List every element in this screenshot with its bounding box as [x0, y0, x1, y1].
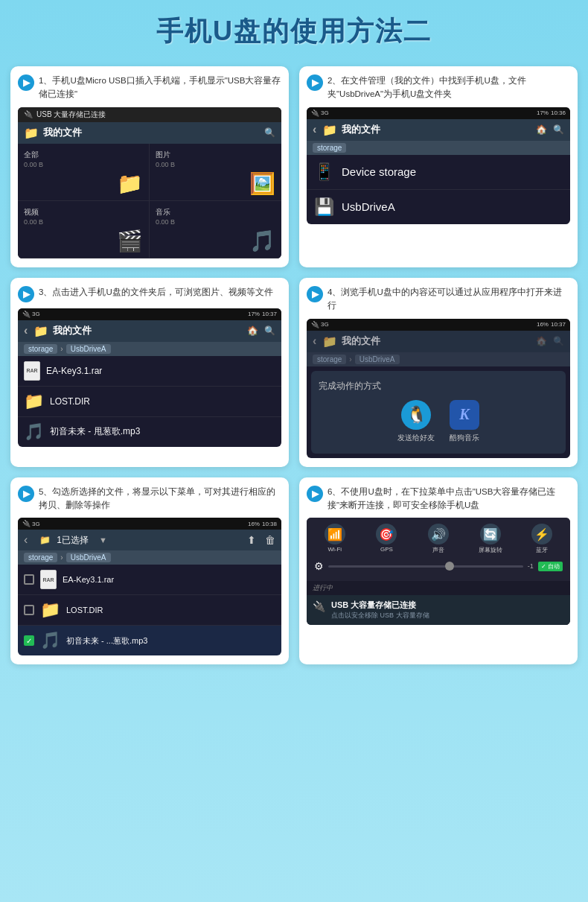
gps-label: GPS	[380, 546, 393, 553]
usb-notif-main-6: USB 大容量存储已连接	[331, 600, 429, 611]
action-dialog-4: 完成动作的方式 🐧 发送给好友 K 酷狗音乐	[311, 371, 566, 454]
file-music-3[interactable]: 🎵 初音未来 - 甩葱歌.mp3	[18, 417, 281, 447]
sound-icon: 🔊	[428, 524, 449, 544]
delete-icon-5[interactable]: 🗑	[265, 534, 275, 546]
qs-rotate[interactable]: 🔄 屏幕旋转	[476, 524, 505, 554]
file-rar-5[interactable]: RAR EA-Key3.1.rar	[18, 565, 281, 595]
qs-brightness-row: ⚙ -1 ✓ 自动	[310, 560, 567, 572]
usb-notification-6[interactable]: 🔌 USB 大容量存储已连接 点击以安全移除 USB 大容量存储	[307, 595, 570, 625]
back-btn-2[interactable]: ‹	[313, 123, 316, 136]
card-2-header: ▶ 2、在文件管理（我的文件）中找到手机U盘，文件夹"UsbDriveA"为手机…	[307, 74, 570, 101]
qs-wifi[interactable]: 📶 Wi-Fi	[320, 524, 350, 554]
app-qq-4[interactable]: 🐧 发送给好友	[397, 400, 435, 443]
checkbox-music-5[interactable]: ✓	[24, 635, 34, 646]
grid-cell-video[interactable]: 视频 0.00 B 🎬	[18, 201, 150, 258]
card-6: ▶ 6、不使用U盘时，在下拉菜单中点击"USB大容量存储已连接"来断开连接，即可…	[299, 477, 578, 665]
status-bar-2: 🔌 3G 17% 10:36	[307, 107, 570, 119]
home-icon-4: 🏠	[536, 336, 547, 346]
search-icon-3[interactable]: 🔍	[264, 325, 275, 336]
back-btn-3[interactable]: ‹	[24, 324, 28, 337]
grid-cell-all[interactable]: 全部 0.00 B 📁	[18, 144, 150, 201]
card-6-screen: 📶 Wi-Fi 🎯 GPS 🔊 声音 🔄 屏幕旋转	[307, 518, 570, 625]
folder-icon-3: 📁	[33, 324, 48, 338]
kugou-icon-4: K	[450, 400, 479, 430]
progress-label: 进行中	[313, 584, 333, 591]
file-music-5[interactable]: ✓ 🎵 初音未来 - ...葱歌.mp3	[18, 626, 281, 655]
cell-label-music: 音乐	[156, 207, 275, 217]
card-5: ▶ 5、勾选所选择的文件，将显示以下菜单，可对其进行相应的拷贝、删除等操作 🔌 …	[10, 477, 289, 665]
qq-icon-4: 🐧	[401, 400, 431, 430]
home-icon-2[interactable]: 🏠	[536, 124, 547, 135]
qs-sound[interactable]: 🔊 声音	[424, 524, 453, 554]
battery-5: 16%	[248, 521, 260, 527]
back-btn-4[interactable]: ‹	[313, 334, 316, 348]
card-6-header: ▶ 6、不使用U盘时，在下拉菜单中点击"USB大容量存储已连接"来断开连接，即可…	[307, 485, 570, 512]
status-left-3: 🔌 3G	[22, 311, 40, 318]
qs-slider[interactable]	[328, 565, 523, 568]
title-text-4: 我的文件	[342, 334, 380, 348]
usb-status-icon-2: 🔌	[311, 109, 319, 117]
music-icon-3: 🎵	[24, 422, 44, 442]
file-dir-3[interactable]: 📁 LOST.DIR	[18, 387, 281, 417]
bc-storage-5[interactable]: storage	[24, 553, 57, 562]
rotate-icon: 🔄	[480, 524, 501, 544]
sim-icon-2: 3G	[321, 109, 329, 116]
search-icon-1[interactable]: 🔍	[264, 127, 275, 138]
status-left-5: 🔌 3G	[22, 520, 40, 527]
breadcrumb-3: storage › UsbDriveA	[18, 342, 281, 356]
grid-cell-music[interactable]: 音乐 0.00 B 🎵	[150, 201, 281, 258]
bc-usb-4: UsbDriveA	[355, 355, 400, 364]
title-text-1: 我的文件	[43, 126, 82, 139]
bluetooth-label: 蓝牙	[536, 546, 548, 554]
back-sel-5[interactable]: ‹	[24, 533, 28, 547]
folder-icon-4: 📁	[322, 334, 337, 349]
file-rar-3[interactable]: RAR EA-Key3.1.rar	[18, 356, 281, 387]
rotate-label: 屏幕旋转	[479, 546, 502, 554]
page-title: 手机U盘的使用方法二	[0, 0, 588, 60]
progress-section: 进行中	[307, 581, 570, 595]
search-icon-4: 🔍	[553, 336, 564, 346]
title-bar-3: ‹ 📁 我的文件 🏠 🔍	[18, 320, 281, 342]
sim-icon-4: 3G	[321, 321, 329, 328]
card-2: ▶ 2、在文件管理（我的文件）中找到手机U盘，文件夹"UsbDriveA"为手机…	[299, 66, 578, 267]
usb-drive-icon: 💾	[314, 197, 334, 217]
card-3: ▶ 3、点击进入手机U盘的文件夹后，可浏览图片、视频等文件 🔌 3G 17% 1…	[10, 278, 289, 467]
bc-storage-3[interactable]: storage	[24, 344, 57, 354]
usb-bar-text-1: USB 大量存储已连接	[36, 109, 106, 120]
card-3-screen: 🔌 3G 17% 10:37 ‹ 📁 我的文件 🏠 🔍 storage	[18, 308, 281, 447]
bc-usb-5[interactable]: UsbDriveA	[66, 553, 111, 562]
wifi-icon: 📶	[325, 524, 345, 544]
file-dir-5[interactable]: 📁 LOST.DIR	[18, 595, 281, 626]
qs-slider-thumb	[445, 562, 454, 571]
usb-drive-item[interactable]: 💾 UsbDriveA	[307, 190, 570, 224]
sel-actions-5: ⬆ 🗑	[247, 534, 275, 546]
qs-gps[interactable]: 🎯 GPS	[371, 524, 401, 554]
breadcrumb-4: storage › UsbDriveA	[307, 352, 570, 366]
share-icon-5[interactable]: ⬆	[247, 534, 256, 546]
search-icon-2[interactable]: 🔍	[553, 124, 564, 135]
bc-sep-4: ›	[349, 355, 351, 363]
card-1-header: ▶ 1、手机U盘Micro USB口插入手机端，手机显示"USB大容量存储已连接…	[18, 74, 281, 101]
dropdown-icon-5[interactable]: ▼	[99, 536, 107, 544]
nav-icons-3: 🏠 🔍	[247, 325, 275, 336]
battery-4: 16%	[537, 321, 549, 328]
app-kugou-4[interactable]: K 酷狗音乐	[450, 400, 479, 443]
device-storage-item[interactable]: 📱 Device storage	[307, 155, 570, 190]
home-icon-3[interactable]: 🏠	[247, 325, 258, 336]
usb-notif-sub-6: 点击以安全移除 USB 大容量存储	[331, 611, 429, 620]
files-grid-1: 全部 0.00 B 📁 图片 0.00 B 🖼️ 视频 0.00 B 🎬 音乐 …	[18, 144, 281, 258]
step-5-icon: ▶	[18, 486, 34, 502]
breadcrumb-storage-2[interactable]: storage	[313, 143, 346, 153]
usb-notif-text-6: USB 大容量存储已连接 点击以安全移除 USB 大容量存储	[331, 600, 429, 620]
folder-icon-2: 📁	[322, 123, 337, 137]
checkbox-rar-5[interactable]	[24, 574, 34, 585]
usb-bar-1: 🔌 USB 大量存储已连接	[18, 107, 281, 122]
status-left-4: 🔌 3G	[311, 321, 329, 328]
usb-status-icon-5: 🔌	[22, 520, 31, 527]
usb-status-icon-3: 🔌	[22, 311, 31, 318]
checkbox-dir-5[interactable]	[24, 605, 34, 615]
bc-usb-3[interactable]: UsbDriveA	[66, 344, 111, 354]
device-storage-icon: 📱	[314, 162, 334, 182]
grid-cell-images[interactable]: 图片 0.00 B 🖼️	[150, 144, 281, 201]
qs-bluetooth[interactable]: ⚡ 蓝牙	[527, 524, 557, 554]
